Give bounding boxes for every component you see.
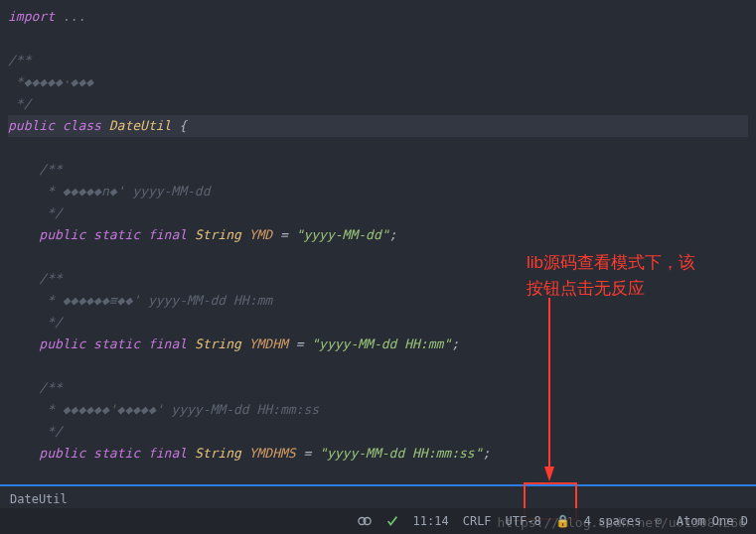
status-line-ending[interactable]: CRLF [463, 514, 492, 528]
doc-comment-open: /** [8, 50, 748, 71]
doc-comment-body: * ◆◆◆◆◆n◆' yyyy-MM-dd [39, 184, 210, 199]
doc-comment-close: */ [39, 424, 62, 439]
doc-comment-body: *◆◆◆◆◆·◆◆◆ [8, 71, 748, 93]
keyword-import: import [8, 9, 55, 24]
svg-marker-1 [544, 467, 554, 481]
code-editor[interactable]: import ... /** *◆◆◆◆◆·◆◆◆ */ public clas… [0, 0, 756, 470]
doc-comment-close: */ [39, 315, 62, 330]
doc-comment-close: */ [39, 205, 62, 220]
import-ellipsis: ... [55, 9, 85, 24]
doc-comment-open: /** [39, 162, 62, 177]
svg-point-3 [364, 518, 371, 525]
status-time[interactable]: 11:14 [413, 514, 449, 528]
doc-comment-close: */ [8, 93, 748, 115]
class-declaration-line: public class DateUtil { [8, 115, 748, 137]
watermark-text: https://blog.csdn.net/u013084266 [498, 515, 746, 530]
doc-comment-open: /** [39, 271, 62, 286]
doc-comment-body: * ◆◆◆◆◆◆≡◆◆' yyyy-MM-dd HH:mm [39, 293, 272, 308]
annotation-arrow [544, 298, 564, 486]
doc-comment-open: /** [39, 380, 62, 395]
annotation-label: lib源码查看模式下，该 按钮点击无反应 [527, 250, 695, 302]
check-icon[interactable] [385, 514, 399, 528]
doc-comment-body: * ◆◆◆◆◆◆'◆◆◆◆◆' yyyy-MM-dd HH:mm:ss [39, 402, 319, 417]
sync-icon[interactable] [358, 514, 372, 528]
